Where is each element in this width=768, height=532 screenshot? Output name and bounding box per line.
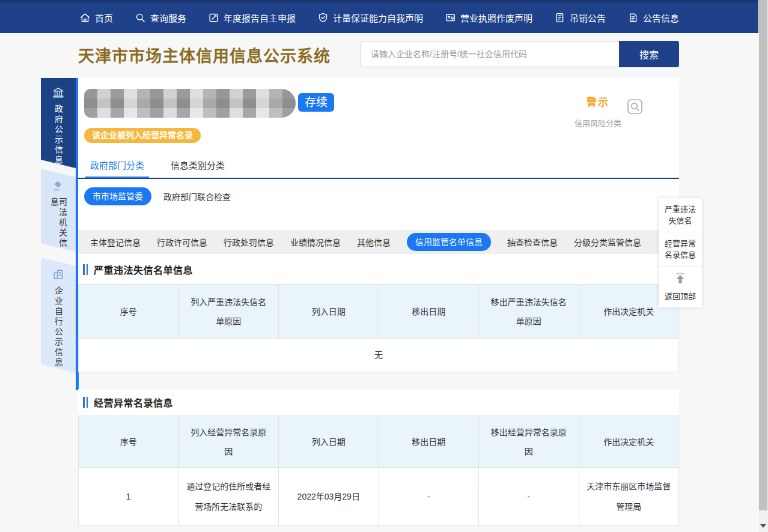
nav-item-home[interactable]: 首页: [79, 11, 113, 24]
risk-level-text: 警示: [571, 94, 625, 109]
gavel-icon: [52, 180, 65, 194]
nav-item-label: 营业执照作废声明: [460, 11, 532, 24]
search-bar: 搜索: [361, 41, 679, 67]
filter-joint-inspection[interactable]: 政府部门联合检查: [163, 190, 231, 202]
status-badge: 存续: [298, 93, 334, 112]
column-header: 移出日期: [379, 416, 479, 468]
nav-item-license-void-declaration[interactable]: 营业执照作废声明: [445, 11, 532, 24]
tab-spot-check-info[interactable]: 抽查检查信息: [507, 236, 558, 248]
abnormal-list-badge: 该企业被列入经营异常名录: [84, 128, 201, 143]
office-building-icon: [52, 268, 65, 283]
page-title: 天津市市场主体信用信息公示系统: [78, 43, 331, 67]
sidebar-item-judicial-info[interactable]: 司法机关信息: [41, 169, 76, 252]
top-navbar: 首页 查询服务 年度报告自主申报 计量保证能力自我声明 营业执照作废声明 吊销公…: [0, 0, 758, 33]
nav-item-query-service[interactable]: 查询服务: [135, 11, 186, 24]
nav-item-label: 年度报告自主申报: [224, 11, 296, 24]
search-input[interactable]: [361, 41, 619, 67]
column-header: 列入经营异常名录原因: [178, 416, 279, 468]
category-tab-bar: 主体登记信息 行政许可信息 行政处罚信息 业绩情况信息 其他信息 信用监管名单信…: [78, 230, 679, 254]
table-header-row: 序号 列入经营异常名录原因 列入日期 移出日期 移出经营异常名录原因 作出决定机…: [79, 416, 679, 468]
tab-performance-info[interactable]: 业绩情况信息: [290, 236, 341, 248]
nav-item-label: 查询服务: [150, 11, 186, 24]
nav-item-label: 吊销公告: [570, 11, 606, 24]
column-header: 序号: [79, 416, 179, 468]
site-header: 天津市市场主体信用信息公示系统 搜索: [0, 35, 758, 77]
column-header: 移出日期: [379, 285, 479, 339]
column-header: 列入日期: [279, 416, 379, 468]
scrollbar-down-arrow-icon[interactable]: [760, 524, 766, 528]
column-header: 序号: [79, 285, 179, 339]
empty-cell: 无: [79, 339, 679, 372]
sidebar-item-label: 司法机关信息: [50, 198, 67, 252]
quick-nav-serious-violation[interactable]: 严重违法失信名: [659, 198, 702, 232]
tab-administrative-penalty-info[interactable]: 行政处罚信息: [224, 236, 274, 248]
column-header: 作出决定机关: [579, 416, 679, 468]
column-header: 列入日期: [279, 285, 379, 339]
bulletin-icon: [627, 12, 639, 23]
section-header-serious-violation: 严重违法失信名单信息: [78, 256, 679, 283]
scrollbar: [758, 0, 768, 532]
nav-item-revocation-notice[interactable]: 吊销公告: [554, 11, 606, 24]
search-button[interactable]: 搜索: [619, 41, 679, 67]
column-header: 移出经营异常名录原因: [479, 416, 579, 468]
tab-other-info[interactable]: 其他信息: [357, 236, 391, 248]
search-icon: [135, 12, 146, 23]
edit-report-icon: [208, 12, 219, 23]
tab-registration-info[interactable]: 主体登记信息: [90, 236, 141, 248]
section-title: 经营异常名录信息: [94, 395, 173, 410]
filter-market-supervision-committee[interactable]: 市市场监管委: [84, 187, 151, 205]
classification-tabs: 政府部门分类 信息类别分类: [90, 156, 225, 178]
back-to-top-button[interactable]: 返回顶部: [659, 267, 702, 307]
nav-item-label: 首页: [95, 11, 113, 24]
cell-decision-authority: 天津市东丽区市场监督管理局: [579, 468, 679, 526]
back-to-top-icon: [673, 279, 687, 288]
sidebar-item-enterprise-self-publicity[interactable]: 企业自行公示信息: [41, 258, 76, 373]
cell-list-date: 2022年03月29日: [279, 468, 379, 526]
department-filter-row: 市市场监管委 政府部门联合检查: [84, 187, 231, 205]
nav-item-metrology-declaration[interactable]: 计量保证能力自我声明: [317, 11, 423, 24]
tab-government-department-classification[interactable]: 政府部门分类: [90, 156, 144, 178]
cell-remove-date: -: [379, 468, 479, 526]
redacted-company-name: [84, 89, 296, 118]
shield-check-icon: [317, 12, 329, 23]
home-icon: [79, 12, 91, 23]
abnormal-operation-table: 序号 列入经营异常名录原因 列入日期 移出日期 移出经营异常名录原因 作出决定机…: [78, 416, 679, 526]
column-header: 列入严重违法失信名单原因: [178, 285, 279, 339]
cell-list-reason: 通过登记的住所或者经营场所无法联系的: [178, 468, 279, 526]
sidebar-item-label: 企业自行公示信息: [54, 286, 62, 368]
cell-seq: 1: [79, 468, 179, 526]
table-empty-row: 无: [79, 339, 679, 372]
section-bars-icon: [83, 397, 88, 408]
sidebar-item-label: 政府公示信息: [54, 104, 62, 166]
table-row: 1 通过登记的住所或者经营场所无法联系的 2022年03月29日 - - 天津市…: [79, 468, 679, 526]
serious-violation-table: 序号 列入严重违法失信名单原因 列入日期 移出日期 移出严重违法失信名单原因 作…: [78, 284, 679, 372]
cell-remove-reason: -: [479, 468, 579, 526]
nav-item-label: 计量保证能力自我声明: [333, 11, 423, 24]
table-header-row: 序号 列入严重违法失信名单原因 列入日期 移出日期 移出严重违法失信名单原因 作…: [79, 285, 679, 339]
back-to-top-label: 返回顶部: [662, 290, 698, 301]
column-header: 移出严重违法失信名单原因: [479, 285, 579, 339]
tab-info-category-classification[interactable]: 信息类别分类: [171, 156, 225, 178]
company-info-card: 存续 该企业被列入经营异常名录 警示 信用风险分类 政府部门分类 信息类别分类 …: [78, 77, 679, 371]
sidebar-item-government-publicity[interactable]: 政府公示信息: [41, 78, 76, 168]
quick-nav-abnormal-operation[interactable]: 经营异常名录信息: [659, 232, 702, 267]
risk-magnifier-icon[interactable]: [627, 98, 643, 117]
section-bars-icon: [83, 264, 88, 275]
scrollbar-thumb[interactable]: [759, 0, 767, 510]
anchor-quick-nav: 严重违法失信名 经营异常名录信息 返回顶部: [659, 198, 702, 307]
tab-administrative-license-info[interactable]: 行政许可信息: [157, 236, 207, 248]
tab-graded-classification-supervision-info[interactable]: 分级分类监管信息: [574, 236, 641, 248]
risk-category-label: 信用风险分类: [571, 117, 625, 128]
government-building-icon: [52, 86, 65, 101]
credit-risk-block: 警示 信用风险分类: [571, 94, 625, 128]
tab-credit-supervision-list-info[interactable]: 信用监管名单信息: [407, 233, 491, 251]
nav-item-label: 公告信息: [643, 11, 679, 24]
nav-item-annual-report[interactable]: 年度报告自主申报: [208, 11, 296, 24]
license-icon: [445, 12, 456, 23]
section-title: 严重违法失信名单信息: [94, 262, 193, 277]
section-header-abnormal-operation: 经营异常名录信息: [78, 389, 679, 416]
nav-item-announcements[interactable]: 公告信息: [627, 11, 679, 24]
abnormal-operation-card: 经营异常名录信息 序号 列入经营异常名录原因 列入日期 移出日期 移出经营异常名…: [78, 389, 679, 526]
revoke-notice-icon: [554, 12, 565, 23]
